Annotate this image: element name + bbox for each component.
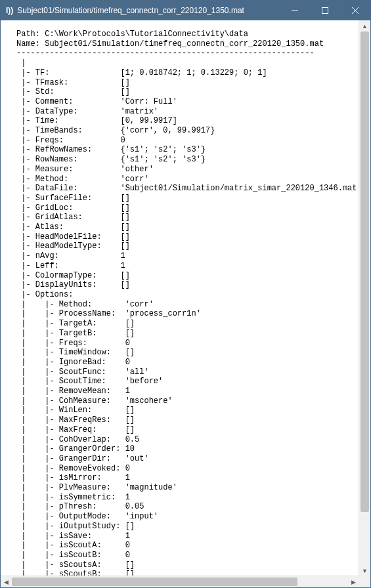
content-wrap: Path: C:\Work\Protocols\TutorialConnecti…	[1, 20, 370, 587]
vertical-scrollbar[interactable]: ▲ ▼	[359, 20, 370, 576]
minimize-button[interactable]	[280, 1, 310, 20]
struct-dump: Path: C:\Work\Protocols\TutorialConnecti…	[16, 30, 355, 576]
window-title: Subject01/Simulation/timefreq_connectn_c…	[17, 6, 280, 15]
svg-rect-1	[322, 8, 328, 14]
hscroll-thumb[interactable]	[12, 578, 297, 586]
vscroll-track[interactable]	[359, 32, 370, 565]
scroll-up-icon[interactable]: ▲	[359, 20, 370, 32]
scrollbar-corner	[359, 576, 370, 587]
maximize-button[interactable]	[310, 1, 340, 20]
scroll-right-icon[interactable]: ▶	[348, 576, 359, 587]
content-area[interactable]: Path: C:\Work\Protocols\TutorialConnecti…	[1, 20, 359, 576]
app-window: I)) Subject01/Simulation/timefreq_connec…	[0, 0, 371, 588]
scroll-down-icon[interactable]: ▼	[359, 565, 370, 576]
app-icon: I))	[6, 6, 13, 15]
scroll-left-icon[interactable]: ◀	[1, 576, 12, 587]
window-controls	[280, 1, 370, 20]
horizontal-scrollbar[interactable]: ◀ ▶	[1, 576, 359, 587]
close-button[interactable]	[340, 1, 370, 20]
titlebar[interactable]: I)) Subject01/Simulation/timefreq_connec…	[1, 1, 370, 20]
hscroll-track[interactable]	[12, 576, 348, 587]
vscroll-thumb[interactable]	[360, 32, 369, 512]
